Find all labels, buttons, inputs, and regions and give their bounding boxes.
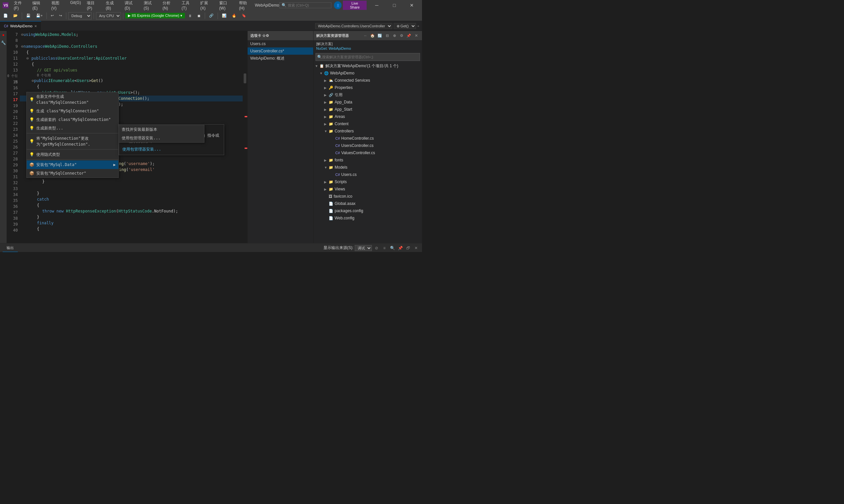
qf-item-3[interactable]: 💡 生成嵌套的 class"MySqlConnection"	[27, 115, 118, 124]
output-find-btn[interactable]: 🔍	[389, 245, 396, 251]
tree-references[interactable]: ▶ 🔗 引用	[313, 91, 422, 98]
editor-scrollbar[interactable]	[243, 31, 247, 243]
tree-controllers[interactable]: ▼ 📁 Controllers	[313, 127, 422, 135]
se-settings-btn[interactable]: ⚙	[398, 32, 405, 39]
qf-item-mysql-data[interactable]: 📦 安装包"MySql.Data" ▶	[27, 160, 118, 169]
save-button[interactable]: 💾	[24, 13, 33, 18]
qf-item-5[interactable]: 💡 将"MySqlConnection"更改为"getMySqlConnecti…	[27, 134, 118, 148]
attach-button[interactable]: 🔗	[207, 13, 216, 18]
se-filter-btn[interactable]: ⊕	[391, 32, 398, 39]
tree-global-asax[interactable]: 📄 Global.asax	[313, 200, 422, 207]
method-dropdown[interactable]: ⊕ Get()	[394, 23, 416, 29]
redo-button[interactable]: ↪	[57, 13, 64, 18]
debug-config-select[interactable]: Debug Release	[68, 12, 92, 19]
add-tab-icon[interactable]: +	[417, 24, 419, 28]
bookmark-button[interactable]: 🔖	[240, 13, 248, 18]
menu-build[interactable]: 生成(B)	[103, 0, 121, 11]
perf-button[interactable]: 📊	[220, 13, 228, 18]
undo-button[interactable]: ↩	[49, 13, 56, 18]
tree-users-controller[interactable]: C# UsersController.cs	[313, 142, 422, 149]
error-install-link[interactable]: 使用包管理器安装...	[122, 146, 221, 153]
output-source-select[interactable]: 调试	[355, 245, 372, 251]
menu-window[interactable]: 窗口(W)	[217, 0, 236, 11]
run-button[interactable]: ▶ IIS Express (Google Chrome) ▾	[125, 13, 185, 18]
se-search-box[interactable]: 🔍	[315, 53, 420, 61]
user-avatar[interactable]: 👤	[334, 1, 342, 9]
output-wrap-btn[interactable]: ≡	[381, 245, 388, 251]
live-share-button[interactable]: Live Share	[343, 1, 367, 10]
se-close-btn[interactable]: ✕	[413, 32, 419, 39]
platform-select[interactable]: Any CPU	[96, 12, 121, 19]
tree-root-solution[interactable]: ▼ 📋 解决方案'WebApiDemo'(1 个项目/共 1 个)	[313, 62, 422, 70]
line-num-20: 20	[6, 109, 18, 115]
tree-home-controller[interactable]: C# HomeController.cs	[313, 135, 422, 142]
menu-view[interactable]: 视图(V)	[49, 0, 67, 11]
qf-item-6[interactable]: 💡 使用隐式类型	[27, 150, 118, 159]
tree-app-start[interactable]: ▶ 📁 App_Start	[313, 106, 422, 113]
tab-userscontroller-cs[interactable]: UsersController.cs*	[247, 48, 313, 55]
menu-debug[interactable]: 调试(D)	[122, 0, 140, 11]
tree-project[interactable]: ▼ 🌐 WebApiDemo	[313, 70, 422, 77]
qf-item-4[interactable]: 💡 生成新类型...	[27, 124, 118, 132]
class-dropdown[interactable]: WebApiDemo.Controllers.UsersController	[315, 23, 392, 29]
qf-item-2[interactable]: 💡 生成 class"MySqlConnection"	[27, 107, 118, 115]
output-close-btn[interactable]: ✕	[413, 245, 419, 251]
se-refresh-btn[interactable]: 🔄	[377, 32, 383, 39]
new-file-button[interactable]: 📄	[1, 13, 10, 18]
pause-button[interactable]: ⏸	[186, 13, 194, 18]
tree-properties[interactable]: ▶ 🔑 Properties	[313, 84, 422, 91]
tab-close-icon[interactable]: ✕	[34, 24, 37, 28]
qf-item-mysql-connector[interactable]: 📦 安装包"MySqlConnector"	[27, 169, 118, 178]
hot-reload-button[interactable]: 🔥	[230, 13, 238, 18]
minimize-button[interactable]: ─	[369, 0, 384, 11]
breakpoint-icon[interactable]: ●	[1, 32, 6, 38]
tree-scripts[interactable]: ▶ 📁 Scripts	[313, 178, 422, 185]
menu-project[interactable]: 项目(P)	[84, 0, 102, 11]
se-pin-btn[interactable]: 📌	[406, 32, 412, 39]
open-button[interactable]: 📂	[11, 13, 20, 18]
menu-edit[interactable]: 编辑(E)	[30, 0, 48, 11]
close-button[interactable]: ✕	[404, 0, 419, 11]
tree-users-model[interactable]: C# Users.cs	[313, 171, 422, 178]
code-content[interactable]: ⊖ using WebApiDemo.Models; ⊖ namespace W…	[20, 31, 243, 243]
output-tab-label[interactable]: 输出	[3, 244, 18, 252]
se-collapse-btn[interactable]: ⊟	[384, 32, 390, 39]
tree-packages-config[interactable]: 📄 packages.config	[313, 207, 422, 214]
menu-help[interactable]: 帮助(H)	[236, 0, 255, 11]
se-home-btn[interactable]: 🏠	[369, 32, 376, 39]
install-pkg-manager[interactable]: 使用包管理器安装...	[119, 134, 204, 142]
tree-favicon[interactable]: 🖼 favicon.ico	[313, 193, 422, 200]
tree-models[interactable]: ▼ 📁 Models	[313, 164, 422, 171]
se-sync-btn[interactable]: ↔	[362, 32, 368, 39]
output-clear-btn[interactable]: ⊘	[373, 245, 380, 251]
se-search-input[interactable]	[322, 55, 418, 59]
tree-fonts[interactable]: ▶ 📁 fonts	[313, 157, 422, 164]
scroll-thumb[interactable]	[244, 73, 246, 83]
menu-analyze[interactable]: 分析(N)	[160, 0, 178, 11]
menu-test[interactable]: 测试(S)	[141, 0, 159, 11]
tab-list-settings-icon[interactable]: ⚙	[266, 34, 269, 38]
tree-values-controller[interactable]: C# ValuesController.cs	[313, 149, 422, 157]
tree-content[interactable]: ▶ 📁 Content	[313, 120, 422, 127]
menu-ext[interactable]: 扩展(X)	[197, 0, 216, 11]
activity-icon-2[interactable]: 🔧	[1, 40, 6, 46]
output-float-btn[interactable]: 🗗	[405, 245, 411, 251]
restore-button[interactable]: □	[387, 0, 401, 11]
tab-webapidemo-overview[interactable]: WebApiDemo: 概述	[247, 55, 313, 62]
output-pin-btn[interactable]: 📌	[397, 245, 403, 251]
tree-connected-services[interactable]: ▶ ⛅ Connected Services	[313, 77, 422, 84]
stop-button[interactable]: ⏹	[195, 13, 203, 18]
tree-app-data[interactable]: ▶ 📁 App_Data	[313, 98, 422, 106]
menu-file[interactable]: 文件(F)	[11, 0, 29, 11]
tab-users-cs[interactable]: Users.cs	[247, 40, 313, 48]
global-search-input[interactable]	[288, 3, 327, 7]
save-all-button[interactable]: 💾+	[34, 13, 45, 18]
menu-tools[interactable]: 工具(T)	[179, 0, 197, 11]
qf-item-1[interactable]: 💡 在新文件中生成 class"MySqlConnection"	[27, 92, 118, 107]
tree-web-config[interactable]: 📄 Web.config	[313, 214, 422, 222]
menu-git[interactable]: Git(G)	[68, 0, 84, 11]
tab-usercontroller[interactable]: C# WebApiDemo ✕	[0, 21, 41, 31]
tree-areas[interactable]: ▶ 📁 Areas	[313, 113, 422, 120]
install-latest[interactable]: 查找并安装最新版本	[119, 125, 204, 134]
tree-views[interactable]: ▶ 📁 Views	[313, 185, 422, 193]
